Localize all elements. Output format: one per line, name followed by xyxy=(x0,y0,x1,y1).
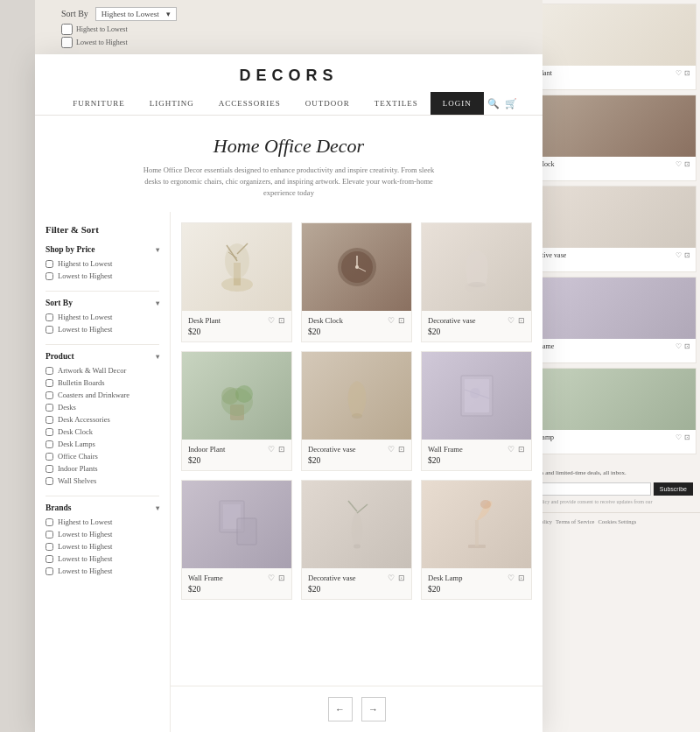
cart-icon[interactable]: ⊡ xyxy=(398,574,405,582)
brand-check-3[interactable] xyxy=(46,543,53,551)
product-actions-desk-lamp[interactable]: ♡ ⊡ xyxy=(508,574,525,582)
sort-option-low[interactable]: Lowest to Highest xyxy=(46,325,159,334)
product-coasters-check[interactable] xyxy=(46,391,53,399)
cart-icon[interactable]: ⊡ xyxy=(398,316,405,325)
product-wall-shelves-check[interactable] xyxy=(46,477,53,485)
product-office-chairs-check[interactable] xyxy=(46,453,53,461)
product-desk-clock-check[interactable] xyxy=(46,428,53,436)
sort-check-high[interactable] xyxy=(46,313,53,321)
sort-check-low[interactable]: Lowest to Highest xyxy=(61,37,177,48)
price-check-low[interactable] xyxy=(46,272,53,280)
wishlist-icon[interactable]: ♡ xyxy=(676,251,682,259)
cart-icon[interactable]: ⊡ xyxy=(684,69,690,77)
product-desk-lamps[interactable]: Desk Lamps xyxy=(46,440,159,448)
terms-link[interactable]: Terms of Service xyxy=(556,518,594,524)
product-actions-decorative-vase-2[interactable]: ♡ ⊡ xyxy=(388,445,405,454)
wishlist-icon[interactable]: ♡ xyxy=(676,342,682,350)
brand-option-5[interactable]: Lowest to Highest xyxy=(46,567,159,575)
wishlist-icon[interactable]: ♡ xyxy=(268,445,275,454)
wishlist-icon[interactable]: ♡ xyxy=(388,445,395,454)
product-actions-decorative-vase-1[interactable]: ♡ ⊡ xyxy=(508,316,525,325)
brand-check-1[interactable] xyxy=(46,518,53,526)
wishlist-icon[interactable]: ♡ xyxy=(268,316,275,325)
product-desks[interactable]: Desks xyxy=(46,403,159,412)
nav-outdoor[interactable]: OUTDOOR xyxy=(293,92,362,115)
product-indoor-plants-check[interactable] xyxy=(46,465,53,473)
cart-icon[interactable]: ⊡ xyxy=(518,445,525,454)
product-artwork-check[interactable] xyxy=(46,367,53,375)
product-actions-desk-clock[interactable]: ♡ ⊡ xyxy=(388,316,405,325)
sort-check-low[interactable] xyxy=(46,326,53,334)
brand-check-2[interactable] xyxy=(46,531,53,538)
cart-icon[interactable]: ⊡ xyxy=(684,342,690,350)
product-bulletin[interactable]: Bulletin Boards xyxy=(46,378,159,387)
price-option-high[interactable]: Highest to Lowest xyxy=(46,259,159,268)
wishlist-icon[interactable]: ♡ xyxy=(268,574,275,582)
cart-icon[interactable]: ⊡ xyxy=(518,316,525,325)
cookies-link[interactable]: Cookies Settings xyxy=(598,518,636,524)
product-indoor-plants[interactable]: Indoor Plants xyxy=(46,464,159,473)
price-option-low[interactable]: Lowest to Highest xyxy=(46,271,159,280)
product-desk-accessories[interactable]: Desk Accessories xyxy=(46,415,159,424)
brand-option-3[interactable]: Lowest to Highest xyxy=(46,542,159,551)
subscribe-row[interactable]: Subscribe xyxy=(519,482,693,496)
product-filter-header[interactable]: Product ▾ xyxy=(46,352,159,361)
product-actions-wall-frame-1[interactable]: ♡ ⊡ xyxy=(508,445,525,454)
nav-lighting[interactable]: LIGHTING xyxy=(137,92,206,115)
wishlist-icon[interactable]: ♡ xyxy=(676,160,682,168)
product-office-chairs[interactable]: Office Chairs xyxy=(46,452,159,461)
product-desk-clock[interactable]: Desk Clock xyxy=(46,427,159,436)
cart-icon[interactable]: ⊡ xyxy=(684,160,690,168)
product-artwork[interactable]: Artwork & Wall Decor xyxy=(46,366,159,375)
product-actions-desk-plant[interactable]: ♡ ⊡ xyxy=(268,316,285,325)
pagination-prev-button[interactable]: ← xyxy=(328,697,353,721)
sort-option-high[interactable]: Highest to Lowest xyxy=(46,313,159,321)
product-bulletin-check[interactable] xyxy=(46,379,53,387)
wishlist-icon[interactable]: ♡ xyxy=(676,69,682,77)
product-actions-decorative-vase-3[interactable]: ♡ ⊡ xyxy=(388,574,405,582)
wishlist-icon[interactable]: ♡ xyxy=(388,316,395,325)
nav-accessories[interactable]: ACCESSORIES xyxy=(206,92,293,115)
brands-filter-header[interactable]: Brands ▾ xyxy=(46,503,159,512)
wishlist-icon[interactable]: ♡ xyxy=(508,316,514,325)
cart-icon[interactable]: ⊡ xyxy=(278,574,285,582)
nav-login[interactable]: LOGIN xyxy=(430,92,484,115)
subscribe-button[interactable]: Subscribe xyxy=(654,482,693,496)
rp-product-actions-4[interactable]: ♡ ⊡ xyxy=(676,342,690,350)
price-check-high[interactable] xyxy=(46,260,53,268)
cart-icon[interactable]: ⊡ xyxy=(684,251,690,259)
product-desk-lamps-check[interactable] xyxy=(46,440,53,448)
brand-option-1[interactable]: Highest to Lowest xyxy=(46,517,159,526)
brand-check-4[interactable] xyxy=(46,555,53,563)
cart-icon[interactable]: ⊡ xyxy=(518,574,525,582)
sort-check-high[interactable]: Highest to Lowest xyxy=(61,24,177,35)
sort-check-high-input[interactable] xyxy=(61,24,73,35)
cart-icon[interactable]: 🛒 xyxy=(505,98,517,109)
rp-product-actions-2[interactable]: ♡ ⊡ xyxy=(676,160,690,168)
brand-option-4[interactable]: Lowest to Highest xyxy=(46,554,159,563)
wishlist-icon[interactable]: ♡ xyxy=(508,574,514,582)
product-coasters[interactable]: Coasters and Drinkware xyxy=(46,391,159,399)
nav-furniture[interactable]: FURNITURE xyxy=(60,92,137,115)
wishlist-icon[interactable]: ♡ xyxy=(388,574,395,582)
rp-product-actions-5[interactable]: ♡ ⊡ xyxy=(676,433,690,441)
product-actions-indoor-plant[interactable]: ♡ ⊡ xyxy=(268,445,285,454)
cart-icon[interactable]: ⊡ xyxy=(278,445,285,454)
sort-dropdown[interactable]: Highest to Lowest ▾ xyxy=(95,7,177,21)
wishlist-icon[interactable]: ♡ xyxy=(676,433,682,441)
brand-option-2[interactable]: Lowest to Highest xyxy=(46,530,159,538)
rp-product-actions-3[interactable]: ♡ ⊡ xyxy=(676,251,690,259)
brand-check-5[interactable] xyxy=(46,567,53,575)
rp-product-actions-1[interactable]: ♡ ⊡ xyxy=(676,69,690,77)
sort-check-low-input[interactable] xyxy=(61,37,73,48)
product-desks-check[interactable] xyxy=(46,404,53,412)
nav-textiles[interactable]: TEXTILES xyxy=(362,92,430,115)
shop-by-price-header[interactable]: Shop by Price ▾ xyxy=(46,245,159,254)
product-wall-shelves[interactable]: Wall Shelves xyxy=(46,476,159,485)
wishlist-icon[interactable]: ♡ xyxy=(508,445,514,454)
search-icon[interactable]: 🔍 xyxy=(487,98,500,109)
sort-by-header[interactable]: Sort By ▾ xyxy=(46,299,159,307)
cart-icon[interactable]: ⊡ xyxy=(684,433,690,441)
product-desk-accessories-check[interactable] xyxy=(46,416,53,424)
cart-icon[interactable]: ⊡ xyxy=(278,316,285,325)
